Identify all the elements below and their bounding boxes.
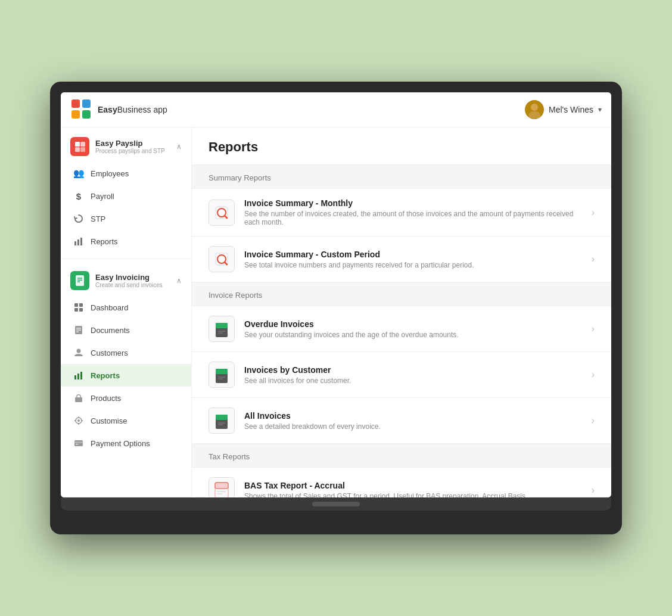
sidebar-item-stp[interactable]: STP: [61, 207, 191, 230]
svg-rect-2: [71, 110, 80, 119]
employees-icon: 👥: [73, 167, 85, 179]
report-all-invoices[interactable]: All Invoices See a detailed breakdown of…: [192, 398, 611, 444]
laptop-notch: [312, 502, 360, 506]
customers-icon: [73, 347, 85, 359]
report-icon-overdue: [209, 316, 235, 342]
laptop-base: [61, 497, 611, 511]
sidebar-item-employees-label: Employees: [91, 169, 129, 178]
svg-rect-11: [74, 241, 76, 245]
report-invoice-summary-custom-name: Invoice Summary - Custom Period: [244, 250, 582, 259]
report-overdue-invoices-name: Overdue Invoices: [244, 319, 582, 329]
report-invoices-by-customer-desc: See all invoices for one customer.: [244, 377, 582, 385]
payslip-section-icon: [70, 137, 89, 156]
user-menu[interactable]: Mel's Wines ▾: [525, 100, 602, 119]
laptop-screen: EasyBusiness app Mel's Wines ▾: [61, 92, 611, 497]
invoicing-section-title: Easy Invoicing: [95, 273, 170, 282]
sidebar-item-customers-label: Customers: [91, 349, 128, 357]
svg-rect-7: [75, 142, 80, 147]
report-invoice-summary-monthly-desc: See the number of invoices created, the …: [244, 210, 582, 226]
main-layout: Easy Payslip Process payslips and STP ∧ …: [61, 127, 611, 497]
main-content: Reports Summary Reports: [192, 127, 611, 497]
report-bas-accrual-name: BAS Tax Report - Accrual: [244, 481, 582, 490]
payroll-icon: $: [73, 190, 85, 202]
sidebar-item-payroll[interactable]: $ Payroll: [61, 185, 191, 207]
sidebar-item-products-label: Products: [91, 394, 121, 403]
svg-rect-37: [74, 440, 83, 446]
payment-options-icon: [73, 437, 85, 449]
payslip-section-subtitle: Process payslips and STP: [95, 148, 170, 154]
report-icon-invoices-by-customer: [209, 362, 235, 388]
report-overdue-invoices[interactable]: Overdue Invoices See your outstanding in…: [192, 306, 611, 352]
sidebar-item-employees[interactable]: 👥 Employees: [61, 162, 191, 185]
report-all-invoices-name: All Invoices: [244, 411, 582, 421]
payslip-section-title: Easy Payslip: [95, 139, 170, 148]
tax-reports-label: Tax Reports: [192, 444, 611, 468]
reports-body: Summary Reports Invoice Summary -: [192, 165, 611, 497]
svg-rect-0: [71, 99, 80, 108]
sidebar-item-customise[interactable]: Customise: [61, 409, 191, 432]
svg-rect-55: [216, 415, 228, 420]
report-all-invoices-desc: See a detailed breakdown of every invoic…: [244, 422, 582, 431]
svg-point-32: [77, 419, 80, 422]
report-invoice-summary-monthly[interactable]: Invoice Summary - Monthly See the number…: [192, 189, 611, 237]
app-container: EasyBusiness app Mel's Wines ▾: [61, 92, 611, 497]
payslip-section-header[interactable]: Easy Payslip Process payslips and STP ∧: [61, 131, 191, 162]
svg-rect-8: [80, 142, 85, 147]
sidebar-item-products[interactable]: Products: [61, 387, 191, 409]
reports-icon: [73, 369, 85, 381]
svg-rect-21: [79, 308, 83, 312]
report-bas-accrual-text: BAS Tax Report - Accrual Shows the total…: [244, 481, 582, 498]
report-overdue-invoices-text: Overdue Invoices See your outstanding in…: [244, 319, 582, 339]
svg-rect-19: [79, 303, 83, 307]
report-bas-accrual-chevron: ›: [592, 485, 595, 496]
report-invoice-summary-custom-desc: See total invoice numbers and payments r…: [244, 261, 582, 269]
invoice-reports-label: Invoice Reports: [192, 282, 611, 306]
user-name-label: Mel's Wines: [549, 105, 593, 114]
report-overdue-invoices-desc: See your outstanding invoices and the ag…: [244, 331, 582, 339]
svg-point-26: [77, 349, 81, 353]
svg-rect-1: [82, 99, 91, 108]
payslip-section-chevron: ∧: [176, 142, 182, 151]
sidebar-item-customers[interactable]: Customers: [61, 341, 191, 364]
invoicing-section-subtitle: Create and send invoices: [95, 282, 170, 288]
page-title: Reports: [209, 139, 595, 155]
sidebar-item-reports[interactable]: Reports: [61, 364, 191, 387]
sidebar-item-reports-payslip-label: Reports: [91, 237, 118, 246]
report-icon-invoice-summary-monthly: [209, 200, 235, 226]
summary-reports-label: Summary Reports: [192, 165, 611, 189]
dashboard-icon: [73, 301, 85, 313]
products-icon: [73, 392, 85, 404]
sidebar-item-reports-label: Reports: [91, 371, 120, 380]
svg-point-5: [531, 104, 538, 111]
report-invoice-summary-custom[interactable]: Invoice Summary - Custom Period See tota…: [192, 237, 611, 282]
report-bas-accrual-desc: Shows the total of Sales and GST for a p…: [244, 492, 582, 498]
report-invoices-by-customer[interactable]: Invoices by Customer See all invoices fo…: [192, 352, 611, 398]
sidebar-item-documents[interactable]: Documents: [61, 319, 191, 341]
report-icon-all-invoices: [209, 407, 235, 434]
svg-rect-51: [216, 369, 228, 374]
sidebar-item-documents-label: Documents: [91, 326, 130, 335]
report-invoice-summary-monthly-chevron: ›: [592, 207, 595, 218]
invoicing-section: Easy Invoicing Create and send invoices …: [61, 262, 191, 458]
sidebar-item-payment-options[interactable]: Payment Options: [61, 432, 191, 455]
sidebar-item-reports-payslip[interactable]: Reports: [61, 230, 191, 253]
svg-rect-30: [75, 397, 82, 402]
svg-rect-39: [76, 444, 78, 445]
sidebar-item-customise-label: Customise: [91, 416, 127, 425]
invoicing-title-area: Easy Invoicing Create and send invoices: [95, 273, 170, 288]
report-all-invoices-text: All Invoices See a detailed breakdown of…: [244, 411, 582, 431]
invoicing-section-header[interactable]: Easy Invoicing Create and send invoices …: [61, 265, 191, 296]
sidebar-item-dashboard[interactable]: Dashboard: [61, 296, 191, 319]
svg-rect-47: [216, 323, 228, 328]
report-invoice-summary-monthly-text: Invoice Summary - Monthly See the number…: [244, 198, 582, 226]
sidebar-item-stp-label: STP: [91, 214, 105, 223]
logo-area: EasyBusiness app: [70, 98, 167, 121]
svg-rect-29: [80, 372, 82, 379]
report-bas-accrual[interactable]: BAS Tax Report - Accrual Shows the total…: [192, 468, 611, 497]
report-invoices-by-customer-name: Invoices by Customer: [244, 365, 582, 375]
top-bar: EasyBusiness app Mel's Wines ▾: [61, 92, 611, 127]
user-avatar: [525, 100, 544, 119]
svg-rect-27: [74, 375, 76, 379]
report-invoice-summary-custom-text: Invoice Summary - Custom Period See tota…: [244, 250, 582, 269]
svg-rect-12: [77, 239, 79, 245]
